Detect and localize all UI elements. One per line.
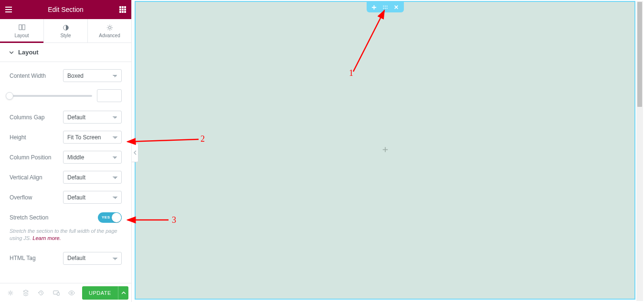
tab-layout-label: Layout [14, 33, 29, 38]
svg-rect-10 [22, 24, 24, 30]
svg-rect-7 [122, 11, 124, 13]
svg-point-13 [10, 292, 11, 293]
svg-point-12 [108, 26, 111, 29]
update-button[interactable]: UPDATE [82, 286, 118, 300]
stretch-section-toggle[interactable]: YES [98, 212, 122, 223]
stretch-description: Stretch the section to the full width of… [10, 228, 122, 242]
stretch-section-label: Stretch Section [10, 214, 98, 221]
layout-icon [18, 24, 26, 31]
vertical-scrollbar[interactable] [636, 1, 643, 301]
update-options-button[interactable] [118, 286, 128, 300]
toggle-yes-label: YES [102, 215, 110, 219]
stretch-desc-text: Stretch the section to the full width of… [10, 228, 117, 241]
svg-rect-1 [122, 6, 124, 8]
caret-down-icon [10, 49, 13, 56]
content-width-row: Content Width Boxed [10, 69, 122, 82]
style-icon [62, 24, 70, 31]
overflow-row: Overflow Default [10, 191, 122, 204]
column-position-select[interactable]: Middle [63, 151, 122, 164]
content-width-label: Content Width [10, 73, 63, 79]
panel-header: Edit Section [0, 0, 131, 19]
width-slider-row [10, 89, 122, 102]
panel-tabs: Layout Style Advanced [0, 19, 131, 43]
editor-sidebar: Edit Section Layout Style Advanced [0, 0, 132, 302]
section-handle [367, 2, 404, 12]
section-frame[interactable] [135, 1, 635, 300]
stretch-section-row: Stretch Section YES [10, 211, 122, 224]
collapse-panel-button[interactable] [132, 143, 138, 162]
history-icon[interactable] [33, 283, 49, 302]
widgets-grid-icon[interactable] [119, 6, 127, 13]
gear-icon [106, 24, 114, 31]
panel-footer: UPDATE [0, 283, 131, 302]
menu-icon[interactable] [5, 6, 12, 13]
section-layout-header[interactable]: Layout [0, 43, 131, 62]
svg-rect-3 [119, 9, 121, 10]
slider-thumb[interactable] [6, 92, 13, 100]
width-slider-input[interactable] [97, 89, 122, 102]
column-position-label: Column Position [10, 154, 63, 161]
vertical-align-label: Vertical Align [10, 174, 63, 181]
svg-point-17 [383, 5, 384, 6]
add-widget-icon[interactable] [382, 146, 389, 156]
section-title: Layout [18, 49, 39, 56]
tab-advanced-label: Advanced [99, 33, 120, 38]
svg-point-16 [71, 292, 73, 294]
column-position-row: Column Position Middle [10, 151, 122, 164]
overflow-label: Overflow [10, 194, 63, 201]
columns-gap-row: Columns Gap Default [10, 111, 122, 124]
width-slider[interactable] [10, 95, 92, 97]
columns-gap-select[interactable]: Default [63, 111, 122, 124]
settings-icon[interactable] [3, 283, 18, 302]
svg-rect-6 [119, 11, 121, 13]
responsive-icon[interactable] [49, 283, 64, 302]
html-tag-label: HTML Tag [10, 255, 63, 261]
overflow-select[interactable]: Default [63, 191, 122, 204]
svg-rect-2 [124, 6, 126, 8]
navigator-icon[interactable] [18, 283, 33, 302]
svg-rect-15 [57, 292, 59, 295]
tab-layout[interactable]: Layout [0, 19, 44, 42]
height-select[interactable]: Fit To Screen [63, 131, 122, 144]
scrollbar-thumb[interactable] [637, 2, 642, 107]
vertical-align-select[interactable]: Default [63, 171, 122, 184]
controls-list: Content Width Boxed Columns Gap Default … [0, 62, 131, 283]
svg-point-21 [384, 8, 385, 9]
svg-rect-9 [19, 24, 21, 30]
svg-point-19 [386, 5, 387, 6]
svg-rect-4 [122, 9, 124, 10]
tab-style[interactable]: Style [44, 19, 88, 42]
learn-more-link[interactable]: Learn more. [32, 235, 61, 241]
content-width-select[interactable]: Boxed [63, 69, 122, 82]
html-tag-row: HTML Tag Default [10, 252, 122, 265]
svg-rect-5 [124, 9, 126, 10]
tab-style-label: Style [60, 33, 71, 38]
add-section-icon[interactable] [371, 4, 377, 10]
panel-title: Edit Section [12, 6, 119, 13]
delete-section-icon[interactable] [393, 4, 399, 10]
vertical-align-row: Vertical Align Default [10, 171, 122, 184]
html-tag-select[interactable]: Default [63, 252, 122, 265]
tab-advanced[interactable]: Advanced [88, 19, 131, 42]
svg-point-18 [384, 5, 385, 6]
svg-rect-8 [124, 11, 126, 13]
svg-point-20 [383, 8, 384, 9]
columns-gap-label: Columns Gap [10, 114, 63, 121]
toggle-knob [112, 213, 121, 222]
preview-icon[interactable] [64, 283, 79, 302]
height-row: Height Fit To Screen [10, 131, 122, 144]
edit-section-icon[interactable] [382, 4, 388, 10]
svg-rect-0 [119, 6, 121, 8]
height-label: Height [10, 134, 63, 141]
editor-canvas [132, 0, 644, 302]
svg-point-22 [386, 8, 387, 9]
